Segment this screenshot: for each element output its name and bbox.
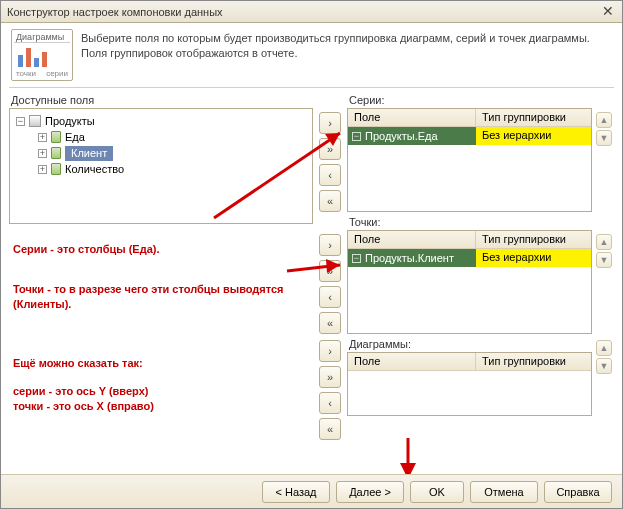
points-label: Точки: bbox=[347, 216, 592, 230]
move-up-button[interactable]: ▲ bbox=[596, 340, 612, 356]
annotation-axes: серии - это ось Y (вверх) точки - это ос… bbox=[13, 384, 160, 414]
move-left-button[interactable]: ‹ bbox=[319, 164, 341, 186]
diagrams-grid[interactable]: Поле Тип группировки bbox=[347, 352, 592, 416]
tree-item-qty[interactable]: + Количество bbox=[12, 161, 310, 177]
move-all-right-button[interactable]: » bbox=[319, 260, 341, 282]
move-all-left-button[interactable]: « bbox=[319, 312, 341, 334]
tree-root-label: Продукты bbox=[45, 115, 95, 127]
points-col-group[interactable]: Тип группировки bbox=[476, 231, 591, 248]
wizard-hint-line1: Выберите поля по которым будет производи… bbox=[81, 31, 612, 46]
collapse-icon: − bbox=[352, 254, 361, 263]
move-left-button[interactable]: ‹ bbox=[319, 392, 341, 414]
series-row-group: Без иерархии bbox=[476, 127, 591, 145]
series-row[interactable]: − Продукты.Еда Без иерархии bbox=[348, 127, 591, 145]
points-row-field: Продукты.Клиент bbox=[365, 252, 454, 264]
diagrams-col-group[interactable]: Тип группировки bbox=[476, 353, 591, 370]
move-all-left-button[interactable]: « bbox=[319, 418, 341, 440]
wizard-hint-line2: Поля группировок отображаются в отчете. bbox=[81, 46, 612, 61]
series-col-field[interactable]: Поле bbox=[348, 109, 476, 126]
annotation-axis-x: точки - это ось X (вправо) bbox=[13, 399, 154, 414]
points-col-field[interactable]: Поле bbox=[348, 231, 476, 248]
diagrams-label: Диаграммы: bbox=[347, 338, 592, 352]
move-right-button[interactable]: › bbox=[319, 112, 341, 134]
move-all-left-button[interactable]: « bbox=[319, 190, 341, 212]
tree-item-label: Еда bbox=[65, 131, 85, 143]
series-row-field: Продукты.Еда bbox=[365, 130, 438, 142]
move-down-button[interactable]: ▼ bbox=[596, 358, 612, 374]
move-right-button[interactable]: › bbox=[319, 234, 341, 256]
expander-icon[interactable]: + bbox=[38, 133, 47, 142]
tree-root[interactable]: − Продукты bbox=[12, 113, 310, 129]
back-button[interactable]: < Назад bbox=[262, 481, 330, 503]
tree-item-label: Количество bbox=[65, 163, 124, 175]
move-up-button[interactable]: ▲ bbox=[596, 234, 612, 250]
wizard-hint: Выберите поля по которым будет производи… bbox=[81, 29, 612, 81]
series-col-group[interactable]: Тип группировки bbox=[476, 109, 591, 126]
move-up-button[interactable]: ▲ bbox=[596, 112, 612, 128]
annotation-also: Ещё можно сказать так: bbox=[13, 356, 149, 371]
help-button[interactable]: Справка bbox=[544, 481, 612, 503]
cube-icon bbox=[29, 115, 41, 127]
field-icon bbox=[51, 163, 61, 175]
expander-icon[interactable]: + bbox=[38, 149, 47, 158]
available-fields-tree[interactable]: − Продукты + Еда + Клиент + Количество bbox=[9, 108, 313, 224]
annotation-points: Точки - то в разрезе чего эти столбцы вы… bbox=[13, 282, 303, 312]
diagram-thumbnail-tab: Диаграммы bbox=[14, 32, 70, 43]
expander-icon[interactable]: − bbox=[16, 117, 25, 126]
close-icon[interactable]: ✕ bbox=[600, 4, 616, 20]
tree-item-client[interactable]: + Клиент bbox=[12, 145, 310, 161]
points-row-group: Без иерархии bbox=[476, 249, 591, 267]
move-right-button[interactable]: › bbox=[319, 340, 341, 362]
thumb-axis-series: серии bbox=[46, 69, 68, 78]
next-button[interactable]: Далее > bbox=[336, 481, 404, 503]
diagram-thumbnail-chart bbox=[14, 43, 70, 69]
diagram-thumbnail: Диаграммы точки серии bbox=[11, 29, 73, 81]
diagrams-col-field[interactable]: Поле bbox=[348, 353, 476, 370]
series-grid[interactable]: Поле Тип группировки − Продукты.Еда Без … bbox=[347, 108, 592, 212]
annotation-series: Серии - это столбцы (Еда). bbox=[13, 242, 166, 257]
window-title: Конструктор настроек компоновки данных bbox=[7, 6, 223, 18]
thumb-axis-points: точки bbox=[16, 69, 36, 78]
collapse-icon: − bbox=[352, 132, 361, 141]
ok-button[interactable]: OK bbox=[410, 481, 464, 503]
move-all-right-button[interactable]: » bbox=[319, 366, 341, 388]
move-down-button[interactable]: ▼ bbox=[596, 252, 612, 268]
titlebar: Конструктор настроек компоновки данных ✕ bbox=[1, 1, 622, 23]
available-fields-label: Доступные поля bbox=[9, 94, 313, 108]
points-row[interactable]: − Продукты.Клиент Без иерархии bbox=[348, 249, 591, 267]
annotation-axis-y: серии - это ось Y (вверх) bbox=[13, 384, 154, 399]
cancel-button[interactable]: Отмена bbox=[470, 481, 538, 503]
tree-item-eda[interactable]: + Еда bbox=[12, 129, 310, 145]
tree-item-label: Клиент bbox=[65, 146, 113, 161]
wizard-footer: < Назад Далее > OK Отмена Справка bbox=[1, 474, 622, 508]
field-icon bbox=[51, 131, 61, 143]
field-icon bbox=[51, 147, 61, 159]
points-grid[interactable]: Поле Тип группировки − Продукты.Клиент Б… bbox=[347, 230, 592, 334]
wizard-header: Диаграммы точки серии Выберите поля по к… bbox=[1, 23, 622, 83]
expander-icon[interactable]: + bbox=[38, 165, 47, 174]
move-down-button[interactable]: ▼ bbox=[596, 130, 612, 146]
series-label: Серии: bbox=[347, 94, 592, 108]
move-all-right-button[interactable]: » bbox=[319, 138, 341, 160]
move-left-button[interactable]: ‹ bbox=[319, 286, 341, 308]
